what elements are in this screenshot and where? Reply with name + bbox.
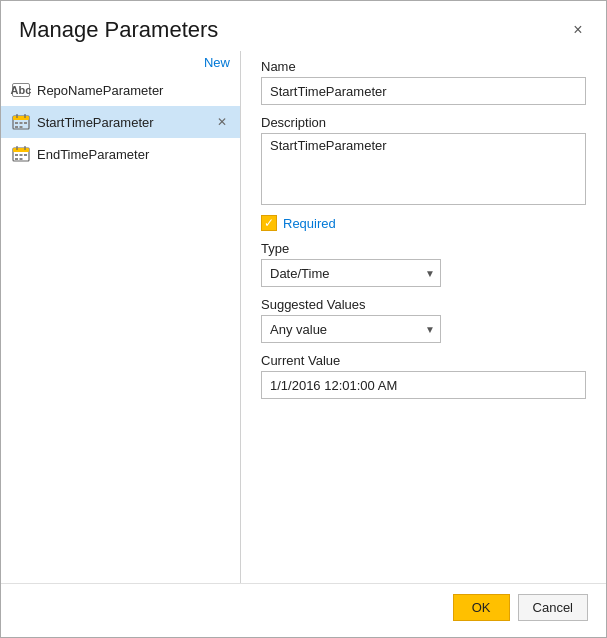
param-close-icon[interactable]: ✕ (214, 114, 230, 130)
required-row: ✓ Required (261, 215, 586, 231)
type-select-wrapper: Date/Time Text Number Boolean ▼ (261, 259, 441, 287)
required-label: Required (283, 216, 336, 231)
name-field-group: Name (261, 59, 586, 105)
param-label: RepoNameParameter (37, 83, 230, 98)
svg-rect-8 (20, 126, 23, 128)
svg-rect-14 (20, 154, 23, 156)
list-item[interactable]: StartTimeParameter ✕ (1, 106, 240, 138)
abc-icon: Abc (11, 80, 31, 100)
calendar-icon (11, 112, 31, 132)
checkmark-icon: ✓ (264, 217, 274, 229)
name-input[interactable] (261, 77, 586, 105)
svg-rect-1 (13, 116, 29, 120)
param-label: StartTimeParameter (37, 115, 214, 130)
list-item[interactable]: Abc RepoNameParameter (1, 74, 240, 106)
svg-rect-15 (24, 154, 27, 156)
svg-rect-16 (15, 158, 18, 160)
current-value-label: Current Value (261, 353, 586, 368)
calendar-icon (11, 144, 31, 164)
type-label: Type (261, 241, 586, 256)
param-label: EndTimeParameter (37, 147, 230, 162)
close-button[interactable]: × (568, 20, 588, 40)
type-field-group: Type Date/Time Text Number Boolean ▼ (261, 241, 586, 287)
name-label: Name (261, 59, 586, 74)
svg-rect-10 (13, 148, 29, 152)
type-select[interactable]: Date/Time Text Number Boolean (261, 259, 441, 287)
description-label: Description (261, 115, 586, 130)
svg-rect-7 (15, 126, 18, 128)
cancel-button[interactable]: Cancel (518, 594, 588, 621)
ok-button[interactable]: OK (453, 594, 510, 621)
manage-parameters-dialog: Manage Parameters × New Abc RepoNamePara… (0, 0, 607, 638)
svg-rect-13 (15, 154, 18, 156)
required-checkbox[interactable]: ✓ (261, 215, 277, 231)
suggested-values-label: Suggested Values (261, 297, 586, 312)
left-panel: New Abc RepoNameParameter (1, 51, 241, 583)
suggested-values-field-group: Suggested Values Any value List of value… (261, 297, 586, 343)
current-value-input[interactable] (261, 371, 586, 399)
description-field-group: Description StartTimeParameter (261, 115, 586, 205)
svg-rect-5 (20, 122, 23, 124)
dialog-title-bar: Manage Parameters × (1, 1, 606, 51)
suggested-values-select[interactable]: Any value List of values Query (261, 315, 441, 343)
param-list: Abc RepoNameParameter (1, 74, 240, 170)
description-input[interactable]: StartTimeParameter (261, 133, 586, 205)
new-link[interactable]: New (204, 55, 230, 70)
svg-rect-4 (15, 122, 18, 124)
current-value-field-group: Current Value (261, 353, 586, 399)
dialog-title: Manage Parameters (19, 17, 218, 43)
new-button-row: New (1, 51, 240, 74)
svg-rect-6 (24, 122, 27, 124)
right-panel: Name Description StartTimeParameter ✓ Re… (241, 51, 606, 583)
dialog-footer: OK Cancel (1, 583, 606, 637)
suggested-values-select-wrapper: Any value List of values Query ▼ (261, 315, 441, 343)
list-item[interactable]: EndTimeParameter (1, 138, 240, 170)
dialog-body: New Abc RepoNameParameter (1, 51, 606, 583)
svg-rect-17 (20, 158, 23, 160)
